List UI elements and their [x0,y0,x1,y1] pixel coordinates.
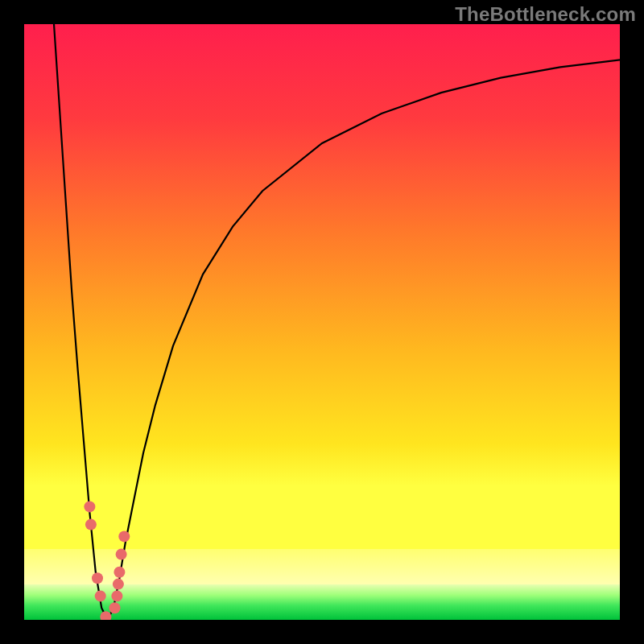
chart-svg [24,24,620,620]
benchmark-dot [95,590,106,601]
benchmark-dot [84,501,95,512]
chart-frame: TheBottleneck.com [0,0,644,644]
benchmark-dot [111,590,122,601]
benchmark-dot [118,530,130,542]
benchmark-dot [116,549,127,560]
watermark-text: TheBottleneck.com [455,3,636,26]
benchmark-dot [114,567,125,578]
benchmark-dot [109,602,121,613]
benchmark-dot [92,572,103,584]
benchmark-dot [85,519,97,530]
benchmark-dot [113,579,124,590]
gradient-green-band [24,584,620,620]
gradient-hot-zone [24,24,620,549]
plot-area [24,24,620,620]
gradient-pale-band [24,549,620,584]
